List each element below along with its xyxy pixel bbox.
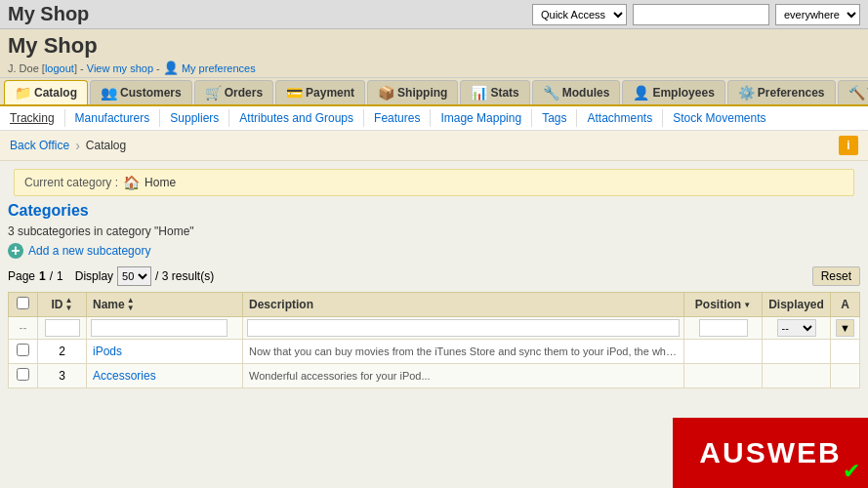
tab-stats[interactable]: 📊 Stats (460, 80, 529, 104)
watermark: AUSWEB ✔ (673, 418, 868, 488)
col-header-description: Description (243, 293, 684, 317)
add-subcategory-btn[interactable]: + Add a new subcategory (8, 243, 860, 259)
col-header-position: Position ▼ (684, 293, 763, 317)
sub-nav: Tracking Manufacturers Suppliers Attribu… (0, 106, 868, 131)
tab-payment[interactable]: 💳 Payment (275, 80, 365, 104)
tab-shipping[interactable]: 📦 Shipping (367, 80, 458, 104)
sub-nav-tracking[interactable]: Tracking (8, 109, 65, 127)
everywhere-select[interactable]: everywhere (775, 4, 860, 25)
search-input[interactable] (633, 4, 769, 25)
name-col-label: Name (93, 298, 125, 311)
tab-preferences[interactable]: ⚙️ Preferences (727, 80, 836, 104)
tab-employees[interactable]: 👤 Employees (622, 80, 724, 104)
filter-checkbox-cell: -- (9, 317, 38, 340)
tab-customers-label: Customers (120, 86, 182, 100)
breadcrumb-corner-icon: i (839, 136, 858, 155)
filter-id-input[interactable] (45, 319, 80, 337)
col-header-displayed: Displayed (763, 293, 831, 317)
tools-icon: 🔨 (848, 85, 865, 101)
displayed-col-label: Displayed (768, 298, 824, 311)
sub-nav-attributes-groups[interactable]: Attributes and Groups (229, 109, 364, 127)
row2-name-link[interactable]: Accessories (93, 369, 156, 383)
filter-action-btn[interactable]: ▼ (836, 319, 854, 337)
row1-checkbox-cell (9, 340, 38, 364)
tab-modules[interactable]: 🔧 Modules (532, 80, 621, 104)
quick-access-select[interactable]: Quick Access (532, 4, 627, 25)
sub-nav-tags[interactable]: Tags (532, 109, 577, 127)
current-category-label: Current category : (24, 176, 118, 189)
page-label: Page (8, 269, 35, 283)
tab-catalog[interactable]: 📁 Catalog (4, 80, 88, 104)
results-text: / 3 result(s) (155, 269, 214, 283)
filter-disp-select[interactable]: -- (777, 319, 816, 337)
filter-desc-cell (243, 317, 684, 340)
my-preferences-link[interactable]: My preferences (182, 62, 256, 74)
tab-orders-label: Orders (225, 86, 263, 100)
view-shop-link[interactable]: View my shop (87, 62, 153, 74)
customers-icon: 👥 (101, 85, 117, 101)
sub-nav-stock-movements[interactable]: Stock Movements (663, 109, 775, 127)
filter-name-cell (87, 317, 243, 340)
row2-description: Wonderful accessories for your iPod... (243, 364, 684, 388)
sub-nav-image-mapping[interactable]: Image Mapping (431, 109, 532, 127)
sub-nav-attachments[interactable]: Attachments (577, 109, 663, 127)
position-sort-arrow[interactable]: ▼ (743, 301, 751, 309)
row1-description: Now that you can buy movies from the iTu… (243, 340, 684, 364)
col-header-name: Name ▲▼ (87, 293, 243, 317)
add-subcategory-label[interactable]: Add a new subcategory (28, 244, 150, 258)
content: Current category : 🏠 Home Categories 3 s… (0, 161, 868, 392)
payment-icon: 💳 (286, 85, 303, 101)
sub-nav-features[interactable]: Features (364, 109, 431, 127)
filter-pos-cell (684, 317, 763, 340)
col-header-id: ID ▲▼ (38, 293, 87, 317)
categories-title: Categories (8, 202, 860, 220)
page-sep: / (50, 269, 53, 283)
top-bar-left: My Shop (8, 3, 89, 25)
row1-name-link[interactable]: iPods (93, 345, 122, 358)
tab-stats-label: Stats (490, 86, 518, 100)
row1-position (684, 340, 763, 364)
tab-customers[interactable]: 👥 Customers (90, 80, 192, 104)
row2-checkbox[interactable] (17, 368, 29, 381)
logout-link[interactable]: logout (45, 62, 74, 74)
display-label: Display (75, 269, 113, 283)
tab-shipping-label: Shipping (397, 86, 447, 100)
catalog-icon: 📁 (15, 85, 31, 101)
tab-tools[interactable]: 🔨 Tools (838, 80, 868, 104)
user-name: J. Doe (8, 62, 39, 74)
main-nav: 📁 Catalog 👥 Customers 🛒 Orders 💳 Payment… (0, 78, 868, 106)
orders-icon: 🛒 (205, 85, 222, 101)
filter-action-cell: ▼ (831, 317, 860, 340)
filter-pos-input[interactable] (699, 319, 748, 337)
current-category-value: Home (145, 176, 176, 189)
reset-button[interactable]: Reset (812, 266, 860, 286)
id-col-label: ID (52, 298, 63, 311)
breadcrumb-back-office[interactable]: Back Office (10, 139, 69, 152)
desc-col-label: Description (249, 298, 313, 311)
categories-section: Categories 3 subcategories in category "… (8, 202, 860, 388)
name-sort-arrows[interactable]: ▲▼ (127, 297, 135, 312)
tab-employees-label: Employees (652, 86, 714, 100)
page-total: 1 (57, 269, 63, 283)
table-filter-row: -- -- (9, 317, 860, 340)
row1-id: 2 (38, 340, 87, 364)
tab-catalog-label: Catalog (34, 86, 77, 100)
sub-nav-suppliers[interactable]: Suppliers (160, 109, 229, 127)
tab-orders[interactable]: 🛒 Orders (194, 80, 273, 104)
table-row: 3 Accessories Wonderful accessories for … (9, 364, 860, 388)
tab-payment-label: Payment (306, 86, 354, 100)
categories-table: ID ▲▼ Name ▲▼ Description (8, 292, 860, 388)
sub-nav-manufacturers[interactable]: Manufacturers (65, 109, 161, 127)
watermark-text: AUSWEB (699, 436, 841, 469)
preferences-icon: ⚙️ (738, 85, 755, 101)
select-all-checkbox[interactable] (17, 297, 29, 309)
watermark-checkmark: ✔ (843, 459, 860, 484)
row2-checkbox-cell (9, 364, 38, 388)
row1-checkbox[interactable] (17, 344, 29, 356)
display-select[interactable]: 50 (117, 266, 151, 286)
filter-desc-input[interactable] (247, 319, 680, 337)
row2-actions (831, 364, 860, 388)
id-sort-arrows[interactable]: ▲▼ (65, 297, 73, 312)
filter-name-input[interactable] (91, 319, 227, 337)
top-bar-right: Quick Access everywhere (532, 4, 860, 25)
